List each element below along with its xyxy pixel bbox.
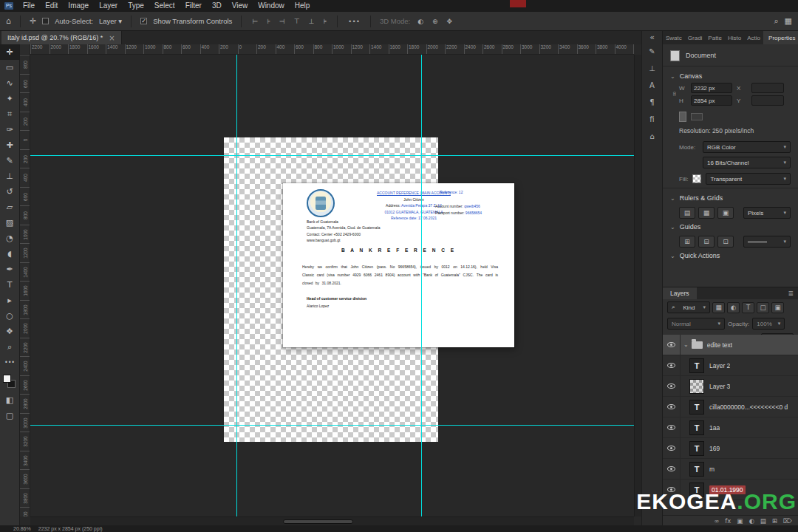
menu-file[interactable]: File — [18, 0, 40, 12]
guide-style-dropdown[interactable]: ▾ — [743, 236, 791, 248]
filter-smart-objects-icon[interactable]: ▣ — [771, 302, 784, 313]
eyedropper-tool[interactable]: ✑ — [0, 122, 19, 137]
healing-brush-tool[interactable]: ✚ — [0, 137, 19, 153]
blend-mode-dropdown[interactable]: Normal ▾ — [667, 318, 725, 330]
horizontal-guide[interactable] — [30, 155, 634, 156]
layer-filter-dropdown[interactable]: ⌕ Kind ▾ — [667, 301, 710, 313]
layer-effects-icon[interactable]: fx — [725, 517, 731, 525]
eraser-tool[interactable]: ▱ — [0, 200, 19, 215]
menu-view[interactable]: View — [227, 0, 253, 12]
pen-tool[interactable]: ✒ — [0, 262, 19, 277]
menu-help[interactable]: Help — [290, 0, 316, 12]
zoom-tool[interactable]: ⌕ — [0, 339, 19, 355]
horizontal-scrollbar-thumb[interactable] — [283, 519, 353, 524]
orientation-landscape-button[interactable] — [691, 113, 703, 120]
visibility-toggle[interactable] — [663, 397, 681, 417]
menu-layer[interactable]: Layer — [94, 0, 123, 12]
vertical-guide[interactable] — [236, 55, 237, 516]
vertical-guide[interactable] — [421, 55, 422, 516]
layer-row[interactable]: Layer 3 — [663, 376, 798, 397]
group-expand-icon[interactable]: ⌄ — [683, 341, 689, 348]
quick-actions-section-header[interactable]: ⌄ Quick Actions — [670, 249, 791, 262]
dodge-tool[interactable]: ◖ — [0, 246, 19, 262]
link-dimensions-icon[interactable]: ∞ — [671, 91, 678, 97]
units-dropdown[interactable]: Pixels ▾ — [743, 207, 791, 219]
tab-gradi[interactable]: Gradi — [685, 31, 706, 44]
color-swatches[interactable] — [0, 373, 19, 392]
menu-3d[interactable]: 3D — [207, 0, 227, 12]
color-mode-dropdown[interactable]: RGB Color ▾ — [703, 141, 791, 153]
horizontal-guide[interactable] — [30, 425, 634, 426]
zoom-level-field[interactable]: 20.86% — [13, 526, 31, 531]
toggle-pixel-grid-button[interactable]: ▣ — [717, 207, 734, 219]
layer-name[interactable]: Layer 2 — [709, 362, 730, 369]
auto-select-dropdown[interactable]: Layer ▾ — [99, 17, 122, 25]
history-brush-tool[interactable]: ↺ — [0, 184, 19, 200]
visibility-toggle[interactable] — [663, 417, 681, 437]
menu-filter[interactable]: Filter — [180, 0, 207, 12]
collapse-panels-icon[interactable]: « — [642, 31, 662, 43]
more-options-icon[interactable]: ••• — [347, 18, 361, 25]
search-icon[interactable]: ⌕ — [774, 16, 778, 26]
filter-pixel-layers-icon[interactable]: ▦ — [712, 302, 725, 313]
delete-layer-icon[interactable]: ⌦ — [783, 517, 792, 525]
layer-row[interactable]: T 169 — [663, 438, 798, 459]
height-field[interactable]: 2854 px — [691, 95, 732, 106]
horizontal-scrollbar[interactable] — [30, 516, 634, 525]
layer-name[interactable]: 169 — [709, 445, 720, 452]
adjustment-layer-icon[interactable]: ◐ — [748, 517, 754, 525]
crop-tool[interactable]: ⌗ — [0, 106, 19, 122]
libraries-panel-icon[interactable]: ⌂ — [642, 128, 662, 145]
character-panel-icon[interactable]: A — [642, 77, 662, 94]
link-layers-icon[interactable]: ∞ — [714, 517, 719, 525]
bit-depth-dropdown[interactable]: 16 Bits/Channel ▾ — [703, 157, 791, 168]
filter-type-layers-icon[interactable]: T — [742, 302, 754, 313]
toggle-guides-button[interactable]: ⊞ — [679, 236, 695, 248]
vertical-ruler[interactable]: 8006004002000200400600800100012001400160… — [20, 55, 30, 516]
align-left-icon[interactable]: ⊢ — [250, 18, 259, 25]
brush-settings-icon[interactable]: ✎ — [642, 43, 662, 60]
guides-section-header[interactable]: ⌄ Guides — [670, 220, 791, 233]
layer-row-edite-text[interactable]: ⌄ edite text — [663, 335, 798, 355]
blur-tool[interactable]: ◔ — [0, 231, 19, 246]
menu-edit[interactable]: Edit — [40, 0, 63, 12]
rulers-grids-section-header[interactable]: ⌄ Rulers & Grids — [670, 191, 791, 205]
close-icon[interactable]: × — [109, 34, 115, 42]
layer-name[interactable]: 1aa — [709, 424, 720, 432]
layer-row[interactable]: T 1aa — [663, 417, 798, 438]
visibility-toggle[interactable] — [663, 438, 681, 458]
filter-adjustment-layers-icon[interactable]: ◐ — [727, 302, 740, 313]
toggle-rulers-button[interactable]: ▤ — [679, 207, 695, 219]
screen-mode-icon[interactable]: ▢ — [0, 408, 19, 423]
layer-name[interactable]: Layer 3 — [709, 383, 730, 390]
lasso-tool[interactable]: ∿ — [0, 75, 19, 91]
layer-row[interactable]: T m — [663, 459, 798, 480]
type-tool[interactable]: T — [0, 277, 19, 293]
vertical-scrollbar[interactable] — [634, 55, 641, 516]
orientation-portrait-button[interactable] — [679, 112, 686, 122]
new-layer-icon[interactable]: ⊞ — [772, 517, 777, 525]
new-group-icon[interactable]: ▤ — [760, 517, 766, 525]
quick-selection-tool[interactable]: ✦ — [0, 91, 19, 106]
move-tool[interactable]: ✛ — [0, 44, 19, 60]
panel-menu-icon[interactable]: ≣ — [788, 287, 798, 299]
align-right-icon[interactable]: ⊣ — [278, 18, 287, 25]
align-center-icon[interactable]: ⊦ — [265, 18, 272, 25]
auto-select-checkbox[interactable] — [42, 18, 49, 24]
layer-mask-icon[interactable]: ▣ — [737, 517, 743, 525]
menu-image[interactable]: Image — [63, 0, 94, 12]
path-selection-tool[interactable]: ▸ — [0, 293, 19, 308]
tab-properties[interactable]: Properties — [763, 31, 798, 44]
glyphs-panel-icon[interactable]: fi — [642, 111, 662, 128]
paragraph-panel-icon[interactable]: ¶ — [642, 94, 662, 111]
shape-tool[interactable]: ○ — [0, 308, 19, 324]
layer-name[interactable]: m — [709, 466, 715, 473]
visibility-toggle[interactable] — [663, 355, 681, 375]
menu-window[interactable]: Window — [253, 0, 290, 12]
clear-guides-button[interactable]: ⊡ — [717, 236, 734, 248]
gradient-tool[interactable]: ▨ — [0, 215, 19, 231]
canvas-viewport[interactable]: ACCOUNT REFERENCE (MAIN ACCOUNT) John Ci… — [30, 55, 634, 516]
clone-stamp-tool[interactable]: ⊥ — [0, 168, 19, 184]
menu-type[interactable]: Type — [123, 0, 149, 12]
layer-name[interactable]: cilla0000000...<<<<<<<<0 d — [709, 403, 788, 411]
